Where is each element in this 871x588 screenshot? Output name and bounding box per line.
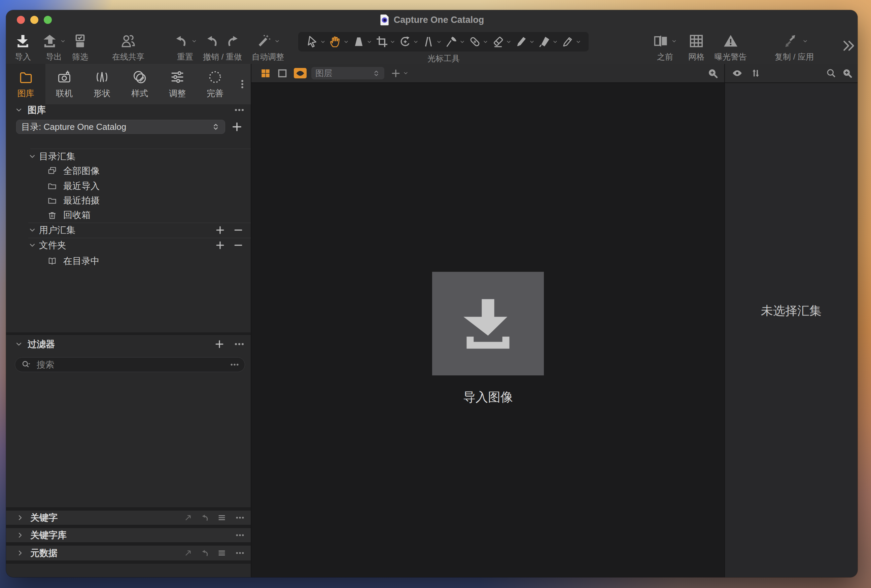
add-folder-icon[interactable] (215, 240, 225, 250)
erase-tool[interactable] (491, 35, 512, 48)
library-menu-icon[interactable] (234, 104, 245, 115)
select-tool[interactable] (305, 35, 326, 48)
chevron-down-icon (60, 38, 66, 44)
add-filter-icon[interactable] (214, 339, 224, 349)
metadata-panel-header[interactable]: 元数据 (6, 546, 251, 560)
tab-styles[interactable]: 样式 (121, 64, 159, 104)
brush-tool[interactable] (445, 35, 465, 48)
people-icon (120, 33, 136, 49)
import-button[interactable]: 导入 (15, 31, 31, 62)
zoom-loupe-icon[interactable] (707, 68, 718, 79)
search-input[interactable] (36, 359, 226, 370)
copy-adjustments-icon[interactable] (183, 513, 193, 522)
search-icon[interactable] (826, 68, 837, 79)
tab-adjust[interactable]: 调整 (159, 64, 196, 104)
camera-icon (57, 69, 72, 85)
search-icon (21, 360, 32, 370)
all-images-icon (47, 166, 57, 176)
presets-icon[interactable] (217, 513, 226, 522)
close-button[interactable] (17, 16, 25, 24)
layers-select[interactable]: 图层 (311, 67, 385, 79)
folder-in-catalog[interactable]: 在目录中 (6, 254, 251, 269)
panel-menu-icon[interactable] (235, 513, 245, 522)
remove-user-collection-icon[interactable] (233, 225, 243, 235)
crop-icon (375, 35, 389, 48)
catalog-collections-header[interactable]: 目录汇集 (6, 149, 251, 164)
online-share-button[interactable]: 在线共享 (112, 31, 144, 62)
filter-button[interactable]: 筛选 (72, 31, 88, 62)
rotate-tool[interactable] (398, 35, 419, 48)
panel-menu-icon[interactable] (235, 548, 245, 558)
remove-folder-icon[interactable] (233, 240, 243, 250)
tabs-more-icon[interactable] (237, 76, 247, 92)
single-view-icon[interactable] (277, 68, 288, 79)
zoom-loupe-icon[interactable] (842, 68, 853, 79)
collection-trash[interactable]: 回收箱 (6, 207, 251, 222)
keystone-tool[interactable] (352, 35, 372, 48)
trash-icon (47, 210, 57, 220)
eye-icon[interactable] (732, 68, 743, 79)
minimize-button[interactable] (30, 16, 38, 24)
pencil-tool[interactable] (561, 35, 581, 48)
copy-apply-button[interactable]: 复制 / 应用 (775, 31, 814, 62)
pan-tool[interactable] (329, 35, 349, 48)
export-button[interactable]: 导出 (42, 31, 66, 62)
search-options-icon[interactable] (230, 360, 239, 369)
filters-panel-header[interactable]: 过滤器 (6, 337, 251, 351)
chevron-down-icon (367, 39, 372, 45)
add-layer-icon[interactable] (391, 68, 401, 78)
folder-icon (18, 69, 34, 85)
draw-mask-tool[interactable] (515, 35, 535, 48)
folders-header[interactable]: 文件夹 (6, 239, 251, 252)
keystone-icon (352, 35, 365, 48)
chevron-down-icon (343, 39, 349, 45)
divider (28, 238, 251, 238)
add-catalog-icon[interactable] (231, 121, 242, 133)
user-collections-header[interactable]: 用户汇集 (6, 223, 251, 237)
catalog-select[interactable]: 目录: Capture One Catalog (16, 120, 225, 134)
sort-icon[interactable] (750, 68, 761, 79)
redo-icon[interactable] (225, 33, 241, 49)
zoom-button[interactable] (44, 16, 52, 24)
undo-redo-buttons[interactable]: 撤销 / 重做 (203, 31, 242, 62)
reset-panel-icon[interactable] (200, 513, 210, 522)
library-panel-header[interactable]: 图库 (6, 104, 251, 116)
grid-button[interactable]: 网格 (688, 31, 704, 62)
tab-refine[interactable]: 完善 (196, 64, 234, 104)
chevron-down-icon (529, 39, 535, 45)
grid-view-icon[interactable] (260, 68, 271, 79)
chevron-down-icon (459, 39, 465, 45)
import-dropzone[interactable] (432, 272, 544, 375)
collection-recent-imports[interactable]: 最近导入 (6, 179, 251, 193)
proof-view-button[interactable] (294, 68, 307, 78)
exposure-warning-button[interactable]: 曝光警告 (714, 31, 747, 62)
keywords-panel-header[interactable]: 关键字 (6, 510, 251, 525)
search-field[interactable] (15, 357, 245, 372)
presets-icon[interactable] (217, 548, 226, 558)
export-icon (42, 33, 58, 49)
before-after-button[interactable]: 之前 (653, 31, 677, 62)
straighten-tool[interactable] (422, 35, 442, 48)
tab-shapes[interactable]: 形状 (83, 64, 121, 104)
fill-mask-tool[interactable] (538, 35, 558, 48)
tab-tether[interactable]: 联机 (45, 64, 83, 104)
brush-icon (445, 35, 458, 48)
collection-all-images[interactable]: 全部图像 (6, 164, 251, 178)
reset-button[interactable]: 重置 (173, 31, 197, 62)
add-user-collection-icon[interactable] (215, 225, 225, 235)
import-arrow-icon (457, 290, 519, 357)
tab-library[interactable]: 图库 (6, 64, 45, 104)
chevron-down-icon (390, 39, 395, 45)
folder-icon (47, 181, 57, 191)
heal-tool[interactable] (468, 35, 488, 48)
undo-icon[interactable] (204, 33, 220, 49)
reset-panel-icon[interactable] (200, 548, 210, 558)
panel-menu-icon[interactable] (235, 530, 245, 540)
toolbar-overflow-icon[interactable] (841, 38, 856, 53)
copy-adjustments-icon[interactable] (183, 548, 193, 558)
filters-menu-icon[interactable] (234, 339, 245, 349)
keyword-library-panel-header[interactable]: 关键字库 (6, 528, 251, 542)
auto-adjust-button[interactable]: 自动调整 (252, 31, 284, 62)
collection-recent-captures[interactable]: 最近拍摄 (6, 193, 251, 208)
crop-tool[interactable] (375, 35, 395, 48)
